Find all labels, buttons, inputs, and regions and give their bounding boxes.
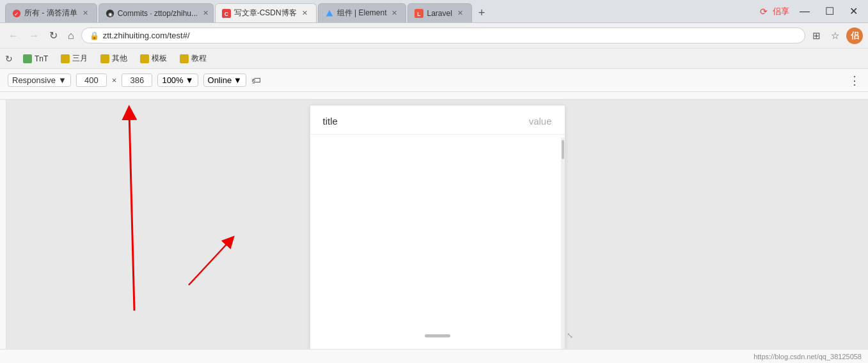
- panel-body: [310, 135, 565, 348]
- svg-text:C: C: [225, 10, 229, 17]
- home-button[interactable]: ⌂: [65, 29, 77, 43]
- profile-initial: 侣: [851, 30, 859, 42]
- tag-icon[interactable]: 🏷: [251, 75, 261, 86]
- bookmark-template-icon: [140, 54, 149, 63]
- tab-strip: ✓ 所有 - 滴答清单 ✕ ◉ Commits · zttop/zhihu...…: [5, 0, 755, 22]
- zoom-select[interactable]: 100% ▼: [157, 73, 198, 87]
- tab-1-label: 所有 - 滴答清单: [24, 8, 77, 19]
- sync-icon[interactable]: ⟳: [760, 6, 768, 17]
- panel-title-col: title: [323, 116, 338, 127]
- panel-header: title value: [310, 105, 565, 135]
- sync-label[interactable]: 侣享: [773, 6, 789, 17]
- bookmark-tutorial[interactable]: 教程: [175, 51, 212, 66]
- height-input[interactable]: [122, 73, 152, 87]
- hscrollbar-area: [310, 332, 565, 339]
- tab-3-label: 写文章-CSDN博客: [234, 8, 297, 19]
- zoom-dropdown-icon: ▼: [185, 75, 194, 85]
- bookmark-other[interactable]: 其他: [95, 51, 132, 66]
- bookmark-star[interactable]: ☆: [828, 29, 842, 43]
- bookmark-other-label: 其他: [112, 53, 127, 64]
- forward-button[interactable]: →: [26, 29, 42, 43]
- responsive-label: Responsive: [12, 75, 56, 85]
- bookmark-tnt-label: TnT: [35, 54, 48, 63]
- tab-2[interactable]: ◉ Commits · zttop/zhihu... ✕: [99, 3, 214, 22]
- reload-button[interactable]: ↻: [46, 28, 61, 43]
- online-dropdown-icon: ▼: [233, 75, 242, 85]
- online-select[interactable]: Online ▼: [203, 73, 246, 87]
- tab-4-close[interactable]: ✕: [390, 8, 399, 18]
- bookmark-tnt-icon: [23, 54, 32, 63]
- responsive-select[interactable]: Responsive ▼: [8, 73, 71, 87]
- new-tab-button[interactable]: +: [473, 4, 491, 22]
- maximize-button[interactable]: ☐: [820, 4, 839, 19]
- tab-5-label: Laravel: [427, 9, 452, 18]
- bookmark-march[interactable]: 三月: [56, 51, 93, 66]
- bookmark-tutorial-icon: [180, 54, 189, 63]
- back-button[interactable]: ←: [5, 29, 22, 43]
- tab-3-close[interactable]: ✕: [300, 8, 310, 18]
- address-bar[interactable]: 🔒 ztt.zhihuiting.com/test#/: [81, 27, 805, 43]
- svg-text:◉: ◉: [107, 11, 112, 17]
- zoom-label: 100%: [162, 75, 183, 85]
- svg-text:L: L: [418, 10, 422, 17]
- svg-line-11: [129, 112, 134, 311]
- bookmark-march-label: 三月: [72, 53, 88, 64]
- svg-text:✓: ✓: [14, 10, 19, 17]
- statusbar: https://blog.csdn.net/qq_38125058: [0, 349, 868, 363]
- devtools-more-button[interactable]: ⋮: [849, 73, 860, 88]
- url-display: ztt.zhihuiting.com/test#/: [103, 31, 797, 40]
- width-input[interactable]: [76, 73, 107, 87]
- svg-line-12: [189, 240, 230, 285]
- panel-value-col: value: [529, 116, 552, 127]
- bookmark-march-icon: [61, 54, 70, 63]
- responsive-dropdown-icon: ▼: [58, 75, 67, 85]
- vertical-ruler: [0, 100, 6, 349]
- tab-2-label: Commits · zttop/zhihu...: [118, 9, 198, 18]
- window-controls: ⟳ 侣享 — ☐ ✕: [760, 4, 863, 19]
- browser-viewport: title value ⤡: [6, 100, 868, 349]
- bookmarks-bar: ↻ TnT 三月 其他 模板 教程: [0, 49, 868, 69]
- main-area: title value ⤡: [0, 100, 868, 349]
- ruler: [0, 92, 868, 100]
- hscrollbar-handle[interactable]: [425, 334, 450, 337]
- resize-corner-icon[interactable]: ⤡: [567, 331, 576, 340]
- devtools-toolbar: Responsive ▼ × 100% ▼ Online ▼ 🏷 ⋮: [0, 69, 868, 92]
- dimension-separator: ×: [112, 75, 117, 85]
- web-panel: title value: [310, 105, 565, 349]
- minimize-button[interactable]: —: [794, 4, 815, 19]
- tab-5-close[interactable]: ✕: [455, 8, 465, 18]
- tab-1-close[interactable]: ✕: [81, 8, 90, 18]
- profile-button[interactable]: 侣: [846, 27, 863, 44]
- close-button[interactable]: ✕: [844, 4, 863, 19]
- extensions-button[interactable]: ⊞: [809, 29, 824, 43]
- panel-scrollbar-handle: [562, 140, 564, 159]
- tab-3[interactable]: C 写文章-CSDN博客 ✕: [215, 3, 317, 22]
- refresh-icon: ↻: [5, 54, 13, 64]
- bookmark-tnt[interactable]: TnT: [18, 52, 53, 65]
- viewport-area: title value ⤡: [0, 100, 868, 349]
- svg-marker-6: [326, 10, 333, 16]
- security-icon: 🔒: [90, 31, 99, 40]
- tab-4-label: 组件 | Element: [337, 8, 387, 19]
- tab-1[interactable]: ✓ 所有 - 滴答清单 ✕: [5, 3, 97, 22]
- titlebar: ✓ 所有 - 滴答清单 ✕ ◉ Commits · zttop/zhihu...…: [0, 0, 868, 23]
- status-url: https://blog.csdn.net/qq_38125058: [754, 353, 862, 360]
- tab-5[interactable]: L Laravel ✕: [407, 3, 471, 22]
- addressbar-right: ⊞ ☆ 侣: [809, 27, 863, 44]
- tab-4[interactable]: 组件 | Element ✕: [318, 3, 407, 22]
- bookmark-other-icon: [100, 54, 109, 63]
- tab-2-close[interactable]: ✕: [201, 8, 210, 18]
- addressbar: ← → ↻ ⌂ 🔒 ztt.zhihuiting.com/test#/ ⊞ ☆ …: [0, 23, 868, 49]
- panel-scrollbar[interactable]: [561, 137, 565, 349]
- online-label: Online: [208, 75, 232, 85]
- bookmark-tutorial-label: 教程: [191, 53, 207, 64]
- bookmark-template[interactable]: 模板: [135, 51, 172, 66]
- bookmark-template-label: 模板: [152, 53, 167, 64]
